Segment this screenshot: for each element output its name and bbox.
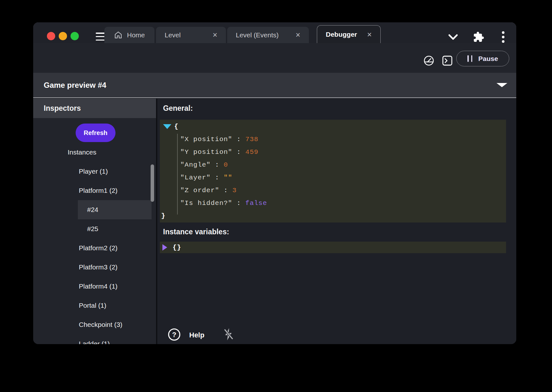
- tree-item-ladder-1-[interactable]: Ladder (1): [33, 334, 156, 344]
- general-section-label: General:: [163, 104, 193, 113]
- tree-item-label: Ladder (1): [79, 340, 110, 344]
- tree-item-label: Platform1 (2): [79, 187, 117, 194]
- tree-item-portal-1-[interactable]: Portal (1): [33, 296, 156, 315]
- tree-item-instances[interactable]: Instances: [33, 143, 156, 162]
- tree-item-platform3-2-[interactable]: Platform3 (2): [33, 258, 156, 277]
- home-icon: [114, 31, 123, 39]
- tab-debugger[interactable]: Debugger ×: [317, 25, 381, 43]
- tree-item-platform1-2-[interactable]: Platform1 (2): [33, 181, 156, 200]
- kebab-menu-icon[interactable]: [501, 31, 505, 45]
- pause-icon: [467, 55, 472, 62]
- tree-item-label: Portal (1): [79, 302, 106, 309]
- zoom-window-button[interactable]: [71, 32, 79, 40]
- tab-level[interactable]: Level ×: [156, 27, 226, 43]
- tree-item-label: Platform3 (2): [79, 263, 117, 271]
- json-key: "X position": [180, 136, 232, 143]
- json-value: false: [245, 200, 267, 207]
- json-separator: :: [232, 136, 245, 143]
- tree-item-label: #25: [87, 225, 98, 233]
- json-key: "Z order": [180, 187, 219, 194]
- app-window: Home Level × Level (Events) × Debugger ×: [33, 22, 516, 344]
- json-root-row: {: [160, 120, 506, 133]
- game-preview-header[interactable]: Game preview #4: [33, 73, 516, 98]
- help-label: Help: [189, 331, 205, 339]
- inspectors-sidebar: Inspectors Refresh InstancesPlayer (1)Pl…: [33, 99, 156, 344]
- json-value: "": [224, 174, 232, 181]
- json-separator: :: [232, 200, 245, 207]
- json-value: 459: [245, 148, 258, 156]
- tab-label: Level: [165, 31, 181, 39]
- close-icon[interactable]: ×: [213, 31, 217, 39]
- json-separator: :: [219, 187, 232, 194]
- dropdown-caret-icon[interactable]: [496, 83, 507, 87]
- tree-item-label: Player (1): [79, 168, 108, 175]
- json-close-row: }: [160, 209, 506, 222]
- pause-label: Pause: [478, 55, 498, 63]
- json-key: "Is hidden?": [180, 200, 232, 207]
- help-row: ? Help: [168, 328, 235, 342]
- profiler-gauge-icon[interactable]: [423, 55, 435, 68]
- open-brace: {: [174, 123, 179, 130]
- tree-item-platform4-1-[interactable]: Platform4 (1): [33, 277, 156, 296]
- flash-off-icon[interactable]: [222, 328, 235, 343]
- json-property-row: "Layer" : "": [160, 171, 506, 184]
- instance-variables-json-viewer: {}: [160, 242, 506, 253]
- empty-object: {}: [173, 244, 181, 251]
- json-value: 0: [224, 161, 228, 169]
- sidebar-header: Inspectors: [33, 99, 156, 118]
- json-key: "Layer": [180, 174, 211, 181]
- json-value: 3: [232, 187, 237, 194]
- json-value: 738: [245, 136, 258, 143]
- json-key: "Angle": [180, 161, 211, 169]
- close-icon[interactable]: ×: [367, 31, 372, 39]
- instance-variables-label: Instance variables:: [163, 228, 229, 236]
- console-icon[interactable]: [441, 55, 453, 68]
- json-property-row: "Y position" : 459: [160, 146, 506, 158]
- tree-item-label: Platform4 (1): [79, 283, 117, 290]
- json-separator: :: [211, 161, 224, 169]
- refresh-button[interactable]: Refresh: [76, 124, 116, 142]
- tab-label: Home: [127, 31, 145, 39]
- close-icon[interactable]: ×: [295, 31, 300, 39]
- indent-guide: [177, 134, 178, 215]
- general-json-viewer: { "X position" : 738"Y position" : 459"A…: [160, 120, 506, 222]
- tree-item-label: Checkpoint (3): [79, 321, 123, 328]
- puzzle-icon[interactable]: [473, 31, 484, 44]
- collapse-triangle-icon[interactable]: [163, 124, 171, 129]
- debugger-toolbar: Pause: [33, 43, 516, 73]
- screenshot-canvas: Home Level × Level (Events) × Debugger ×: [0, 0, 552, 392]
- tab-label: Level (Events): [236, 31, 279, 39]
- json-property-row: "X position" : 738: [160, 133, 506, 146]
- chevron-down-icon[interactable]: [447, 33, 459, 42]
- tree-item-platform2-2-[interactable]: Platform2 (2): [33, 238, 156, 258]
- game-preview-title: Game preview #4: [44, 73, 106, 97]
- close-brace: }: [161, 212, 166, 220]
- debugger-content: Inspectors Refresh InstancesPlayer (1)Pl…: [33, 99, 516, 344]
- tree-item-player-1-[interactable]: Player (1): [33, 162, 156, 181]
- tree-item-checkpoint-3-[interactable]: Checkpoint (3): [33, 315, 156, 334]
- sidebar-scrollbar[interactable]: [151, 164, 154, 202]
- tab-level-events[interactable]: Level (Events) ×: [227, 27, 309, 43]
- tab-bar: Home Level × Level (Events) × Debugger ×: [33, 22, 516, 43]
- json-property-row: "Z order" : 3: [160, 184, 506, 197]
- tree-item-label: #24: [87, 206, 98, 214]
- tab-label: Debugger: [326, 31, 357, 38]
- json-property-row: "Angle" : 0: [160, 158, 506, 171]
- json-separator: :: [211, 174, 224, 181]
- tree-item-label: Platform2 (2): [79, 244, 117, 252]
- pause-button[interactable]: Pause: [456, 51, 509, 66]
- instances-tree: InstancesPlayer (1)Platform1 (2)#24#25Pl…: [33, 143, 156, 344]
- close-window-button[interactable]: [47, 32, 55, 40]
- tab-home[interactable]: Home: [104, 27, 154, 43]
- window-controls: [47, 32, 79, 40]
- help-circle-icon[interactable]: ?: [168, 328, 181, 343]
- json-property-row: "Is hidden?" : false: [160, 197, 506, 209]
- inspector-detail-panel: General: { "X position" : 738"Y position…: [157, 99, 516, 344]
- tree-item--24[interactable]: #24: [33, 200, 156, 219]
- tree-item--25[interactable]: #25: [33, 219, 156, 238]
- json-separator: :: [232, 148, 245, 156]
- minimize-window-button[interactable]: [59, 32, 67, 40]
- svg-text:?: ?: [172, 331, 176, 339]
- tree-item-label: Instances: [68, 148, 96, 156]
- expand-triangle-icon[interactable]: [162, 244, 167, 251]
